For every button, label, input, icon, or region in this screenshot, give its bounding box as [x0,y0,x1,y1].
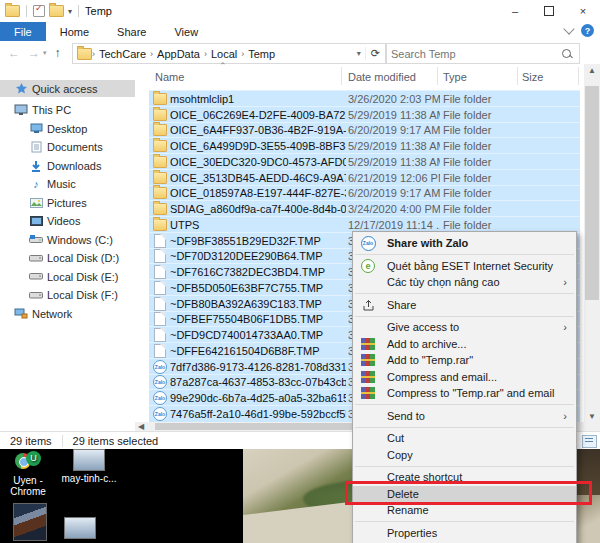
properties-icon[interactable] [33,5,45,17]
help-icon[interactable]: ? [581,24,594,37]
sidebar-item-pictures[interactable]: Pictures [0,194,135,211]
file-name: OICE_3513DB45-AEDD-46C9-A9A7-78C1... [170,172,346,184]
recent-locations-chevron-icon[interactable]: ▾ [43,49,47,57]
breadcrumb-segment[interactable]: AppData [155,48,202,60]
address-box[interactable]: ›TechCare›AppData›Local›Temp ▾ ⟳ [72,43,386,64]
desktop-icon-uyen-chrome[interactable]: UUyen - Chrome [6,451,50,497]
tab-home[interactable]: Home [46,22,103,41]
image-thumbnail-icon [58,449,120,473]
breadcrumb-segment[interactable]: TechCare [97,48,148,60]
sidebar-item-windows-c[interactable]: Windows (C:) [0,231,135,248]
search-input[interactable] [387,48,562,60]
menu-item-send-to[interactable]: Send to› [353,408,576,425]
menu-item-copy[interactable]: Copy [353,447,576,464]
menu-item-label: Share with Zalo [387,237,468,249]
menu-item-properties[interactable]: Properties [353,525,576,542]
desktop-icon-may-tinh-c[interactable]: may-tinh-c... [58,449,120,484]
tab-file[interactable]: File [0,22,46,41]
column-header-size[interactable]: Size [522,71,543,83]
back-button[interactable]: ← [8,46,20,60]
menu-separator [355,404,574,405]
desktop-icon [29,122,43,135]
address-dropdown-chevron-icon[interactable]: ▾ [353,49,365,58]
file-type: File folder [443,203,529,215]
expand-ribbon-chevron-icon[interactable] [563,23,574,34]
new-folder-icon[interactable] [49,5,64,17]
tab-view[interactable]: View [160,22,212,41]
file-date-modified: 3/24/2020 4:00 PM [348,203,440,215]
table-row[interactable]: OICE_6A499D9D-3E55-409B-8BF3-F8F695...5/… [149,137,580,154]
column-divider[interactable] [437,67,438,85]
folder-icon [153,219,167,231]
breadcrumb-chevron-icon[interactable]: › [150,49,153,59]
sidebar-item-downloads[interactable]: Downloads [0,157,135,174]
menu-item-c-c-t-y-ch-n-n-ng-cao[interactable]: Các tùy chọn nâng cao› [353,274,576,291]
menu-item-compress-to-temp-rar-and-email[interactable]: Compress to "Temp.rar" and email [353,385,576,402]
scroll-down-icon[interactable]: ▼ [584,410,600,422]
up-button[interactable]: ↑ [55,46,61,60]
menu-item-label: Compress and email... [387,371,497,383]
sidebar-item-label: Downloads [47,160,101,172]
vertical-scrollbar-thumb[interactable] [585,86,599,300]
sidebar-item-local-disk-d[interactable]: Local Disk (D:) [0,250,135,267]
file-type: File folder [443,219,529,231]
thumbnail-view-button[interactable] [582,435,597,448]
menu-item-cut[interactable]: Cut [353,430,576,447]
sidebar-item-local-disk-f[interactable]: Local Disk (F:) [0,287,135,304]
sidebar-item-desktop[interactable]: Desktop [0,120,135,137]
sidebar-item-local-disk-e[interactable]: Local Disk (E:) [0,268,135,285]
maximize-button[interactable] [532,0,566,22]
table-row[interactable]: OICE_6A4FF937-0B36-4B2F-919A-BDDD3...6/2… [149,122,580,139]
scroll-left-icon[interactable]: ◀ [135,422,147,431]
menu-item-label: Copy [387,449,413,461]
breadcrumb-chevron-icon[interactable]: › [241,49,244,59]
table-row[interactable]: OICE_06C269E4-D2FE-4009-BA72-AC758...5/2… [149,106,580,123]
menu-item-give-access-to[interactable]: Give access to› [353,319,576,336]
menu-separator [355,521,574,522]
forward-button[interactable]: → [28,46,40,60]
customize-toolbar-chevron-icon[interactable]: ▾ [68,7,72,16]
sidebar-item-music[interactable]: ♪Music [0,176,135,193]
sidebar-item-videos[interactable]: Videos [0,213,135,230]
search-box [386,43,580,64]
menu-item-compress-and-email[interactable]: Compress and email... [353,369,576,386]
menu-item-qu-t-b-ng-eset-internet-security[interactable]: eQuét bằng ESET Internet Security [353,258,576,275]
breadcrumb-chevron-icon[interactable]: › [92,49,95,59]
menu-item-add-to-archive[interactable]: Add to archive... [353,336,576,353]
column-header-name[interactable]: Name [155,71,184,83]
column-divider[interactable] [578,67,579,85]
refresh-icon[interactable]: ⟳ [365,47,385,60]
file-date-modified: 3/26/2020 2:03 PM [348,93,440,105]
breadcrumb-segment[interactable]: Local [209,48,239,60]
sidebar-item-network[interactable]: Network [0,305,135,322]
desktop-icon[interactable] [8,503,52,543]
menu-item-share[interactable]: Share [353,297,576,314]
scroll-up-icon[interactable]: ▲ [584,64,600,76]
desktop-icon[interactable] [58,517,102,541]
breadcrumb-segment[interactable]: Temp [246,48,277,60]
menu-item-share-with-zalo[interactable]: ZaloShare with Zalo [353,235,576,252]
table-row[interactable]: OICE_3513DB45-AEDD-46C9-A9A7-78C1...6/21… [149,169,580,186]
table-row[interactable]: OICE_018597A8-E197-444F-827E-3A2AAD...6/… [149,185,580,202]
table-row[interactable]: SDIAG_a860df9a-ca7f-400e-8d4b-0af6483...… [149,200,580,217]
folder-icon [153,203,167,215]
sidebar-item-label: Windows (C:) [47,234,113,246]
sidebar-item-this-pc[interactable]: This PC [0,101,135,118]
menu-item-add-to-temp-rar[interactable]: Add to "Temp.rar" [353,352,576,369]
winrar-icon [360,370,376,384]
search-icon[interactable] [562,49,571,58]
column-header-type[interactable]: Type [443,71,467,83]
close-button[interactable]: × [566,0,600,22]
column-divider[interactable] [517,67,518,85]
sidebar-item-documents[interactable]: Documents [0,139,135,156]
column-divider[interactable] [341,67,342,85]
column-header-date-modified[interactable]: Date modified [348,71,416,83]
sidebar-item-quick-access[interactable]: Quick access [0,80,135,97]
tab-share[interactable]: Share [103,22,160,41]
sidebar-item-label: Desktop [47,123,87,135]
minimize-button[interactable]: – [498,0,532,22]
table-row[interactable]: msohtmlclip13/26/2020 2:03 PMFile folder [149,90,580,107]
vertical-scrollbar[interactable]: ▲ ▼ [584,64,600,422]
breadcrumb-chevron-icon[interactable]: › [204,49,207,59]
table-row[interactable]: OICE_30EDC320-9DC0-4573-AFD0-B3D99...5/2… [149,153,580,170]
